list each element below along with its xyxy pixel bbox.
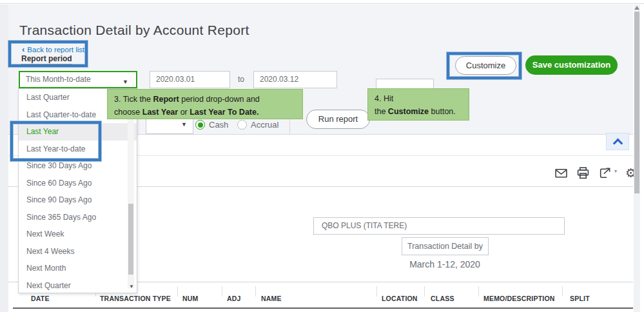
scrollbar-up-arrow-icon[interactable] [634, 6, 639, 10]
run-report-button[interactable]: Run report [306, 110, 370, 129]
column-header: MEMO/DESCRIPTION [483, 295, 555, 302]
save-customization-button[interactable]: Save customization [525, 55, 618, 75]
column-divider [424, 286, 425, 297]
column-divider [222, 286, 222, 297]
dropdown-scroll-down-icon[interactable]: ▼ [129, 284, 134, 289]
column-header: CLASS [431, 295, 454, 302]
column-header: LOCATION [382, 295, 418, 302]
report-title-input[interactable]: Transaction Detail by [402, 237, 489, 255]
report-toolbar-icons: ▾ ⚙ [554, 165, 636, 180]
radio-unselected-icon [237, 120, 247, 130]
dropdown-option[interactable]: Since 90 Days Ago [19, 191, 137, 209]
column-header: NAME [261, 295, 282, 302]
cash-radio[interactable]: Cash [195, 120, 228, 130]
cash-radio-label: Cash [209, 120, 228, 130]
dropdown-options: Last QuarterLast Quarter-to-dateLast Yea… [19, 89, 137, 293]
column-header: ADJ [227, 295, 241, 302]
company-name-input[interactable]: QBO PLUS (TITA TERE) [313, 217, 565, 235]
customize-button[interactable]: Customize [455, 56, 516, 75]
to-label: to [238, 75, 244, 84]
export-options-caret-icon[interactable]: ▾ [614, 168, 617, 174]
table-header-underline [13, 307, 633, 309]
app-screen: Transaction Detail by Account Report ‹Ba… [0, 0, 644, 312]
export-icon[interactable] [598, 166, 612, 180]
last-year-highlight-box [10, 121, 101, 161]
column-divider [177, 286, 178, 297]
report-date-range: March 1-12, 2020 [348, 259, 542, 269]
print-icon[interactable] [576, 166, 590, 180]
column-divider [562, 286, 563, 297]
dropdown-option[interactable]: Next Week [19, 226, 137, 243]
accrual-radio-label: Accrual [251, 120, 278, 130]
annotation-step-4: 4. Hitthe Customize button. [367, 88, 469, 121]
page-title: Transaction Detail by Account Report [19, 23, 249, 38]
chevron-down-icon: ▼ [122, 75, 128, 90]
left-gutter [0, 5, 8, 312]
dropdown-option[interactable]: Next 4 Weeks [19, 243, 137, 260]
dropdown-option[interactable]: Since 365 Days Ago [19, 209, 137, 226]
column-header: TRANSACTION TYPE [100, 295, 171, 302]
report-period-dropdown[interactable]: This Month-to-date ▼ [19, 71, 137, 88]
chevron-down-icon: ▼ [181, 121, 187, 128]
column-header: SPLIT [570, 295, 590, 302]
back-to-report-list-link[interactable]: ‹Back to report list [22, 44, 84, 54]
column-header: DATE [31, 295, 50, 302]
collapse-button[interactable] [606, 133, 629, 150]
column-divider [478, 286, 479, 297]
dropdown-scrollbar-thumb[interactable] [128, 204, 133, 275]
column-divider [376, 286, 377, 297]
annotation-step-3: 3. Tick the Report period drop-down andc… [107, 89, 303, 119]
dropdown-option[interactable]: Next Month [19, 260, 137, 277]
column-header: NUM [182, 295, 199, 302]
column-divider [255, 286, 256, 297]
chevron-up-icon [612, 139, 623, 149]
chevron-left-icon: ‹ [22, 44, 24, 54]
page-scrollbar-thumb[interactable] [634, 12, 639, 193]
email-icon[interactable] [554, 166, 568, 180]
radio-selected-icon [195, 120, 205, 130]
date-to-input[interactable]: 2020.03.12 [253, 71, 337, 88]
date-from-input[interactable]: 2020.03.01 [150, 71, 230, 88]
dropdown-option[interactable]: Next Quarter [19, 277, 137, 294]
report-period-label: Report period [21, 54, 72, 64]
top-border [0, 0, 644, 4]
accrual-radio[interactable]: Accrual [237, 120, 278, 130]
dropdown-option[interactable]: Since 60 Days Ago [19, 175, 137, 192]
